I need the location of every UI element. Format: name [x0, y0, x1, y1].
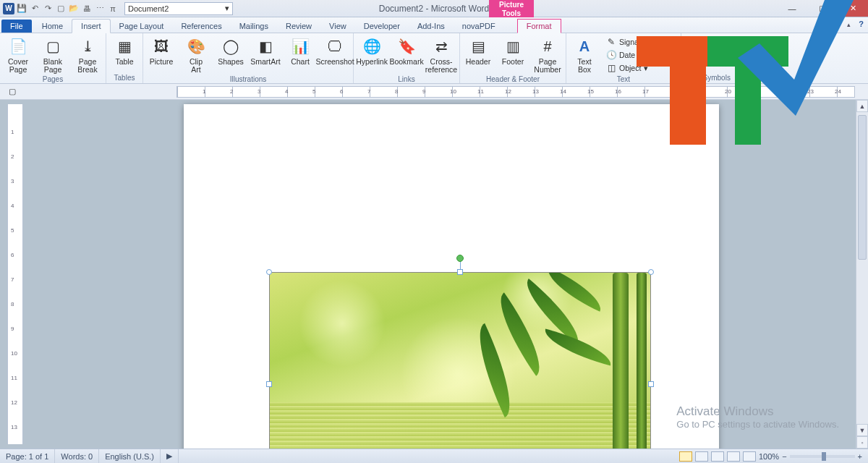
document-dropdown[interactable]: Document2 ▾ [124, 2, 233, 15]
resize-handle-mr[interactable] [648, 381, 654, 387]
rotation-handle[interactable] [456, 255, 464, 262]
view-web-layout-button[interactable] [711, 451, 724, 462]
chart-button[interactable]: 📊Chart [285, 36, 315, 66]
document-area: 1234567891011121314 [0, 100, 868, 449]
page-number-button[interactable]: #Page Number [532, 36, 563, 74]
resize-handle-tl[interactable] [266, 269, 272, 275]
smartart-icon: ◧ [255, 36, 276, 56]
browse-object-icon[interactable]: ◦ [856, 436, 868, 449]
document-name: Document2 [128, 4, 169, 13]
picture-icon: 🖼 [151, 36, 171, 56]
close-button[interactable]: ✕ [838, 0, 868, 17]
shapes-icon: ◯ [221, 36, 241, 56]
hyperlink-button[interactable]: 🌐Hyperlink [357, 36, 387, 66]
page-break-icon: ⤓ [77, 36, 98, 56]
help-icon[interactable]: ? [859, 20, 864, 28]
blank-page-button[interactable]: ▢Blank Page [38, 36, 68, 74]
bookmark-button[interactable]: 🔖Bookmark [391, 36, 422, 66]
vertical-ruler[interactable]: 1234567891011121314 [7, 104, 23, 444]
clip-art-button[interactable]: 🎨Clip Art [181, 36, 211, 74]
resize-handle-tr[interactable] [648, 269, 654, 275]
group-header-footer: ▤Header ▥Footer #Page Number Header & Fo… [460, 33, 566, 83]
tab-view[interactable]: View [320, 20, 355, 33]
tab-format[interactable]: Format [517, 19, 561, 33]
signature-line-button[interactable]: ✎Signature Line▾ [604, 36, 678, 48]
cross-ref-icon: ⇄ [431, 36, 451, 56]
symbol-button[interactable]: ΩSymbol [719, 36, 749, 66]
blank-page-icon: ▢ [43, 36, 63, 56]
status-page[interactable]: Page: 1 of 1 [0, 449, 55, 463]
tab-novapdf[interactable]: novaPDF [454, 20, 504, 33]
open-icon[interactable]: 📂 [68, 3, 80, 14]
view-print-layout-button[interactable] [679, 451, 692, 462]
view-draft-button[interactable] [743, 451, 756, 462]
minimize-button[interactable]: — [777, 0, 807, 17]
header-icon: ▤ [468, 36, 488, 56]
minimize-ribbon-icon[interactable]: ▴ [847, 21, 851, 28]
cover-page-icon: 📄 [8, 36, 28, 56]
equation-button[interactable]: πEquation [684, 36, 715, 66]
status-macro-icon[interactable]: ▶ [161, 449, 179, 463]
status-bar: Page: 1 of 1 Words: 0 English (U.S.) ▶ 1… [0, 449, 868, 463]
new-icon[interactable]: ▢ [55, 3, 67, 14]
footer-button[interactable]: ▥Footer [498, 36, 528, 66]
page-break-button[interactable]: ⤓Page Break [72, 36, 103, 74]
object-icon: ◫ [606, 63, 616, 73]
view-outline-button[interactable] [727, 451, 740, 462]
object-button[interactable]: ◫Object▾ [604, 62, 678, 74]
status-words[interactable]: Words: 0 [55, 449, 99, 463]
ruler-toggle[interactable]: ▢ [0, 87, 25, 96]
date-time-button[interactable]: 🕓Date & Time [604, 49, 678, 61]
maximize-button[interactable]: ▢ [807, 0, 838, 17]
hyperlink-icon: 🌐 [362, 36, 382, 56]
cover-page-button[interactable]: 📄Cover Page [3, 36, 33, 74]
save-icon[interactable]: 💾 [16, 3, 27, 14]
status-language[interactable]: English (U.S.) [99, 449, 161, 463]
tab-references[interactable]: References [172, 20, 230, 33]
inserted-picture[interactable] [269, 272, 651, 449]
screenshot-button[interactable]: 🖵Screenshot [320, 36, 350, 66]
chart-icon: 📊 [290, 36, 310, 56]
scroll-thumb[interactable] [858, 115, 867, 260]
resize-handle-mt[interactable] [457, 269, 463, 275]
resize-handle-ml[interactable] [266, 381, 272, 387]
tab-file[interactable]: File [1, 20, 32, 33]
header-button[interactable]: ▤Header [463, 36, 493, 66]
pi-icon[interactable]: π [107, 3, 119, 14]
screenshot-icon: 🖵 [325, 36, 345, 56]
picture-button[interactable]: 🖼Picture [146, 36, 176, 66]
tab-developer[interactable]: Developer [355, 20, 409, 33]
redo-icon[interactable]: ↷ [42, 3, 54, 14]
zoom-slider[interactable] [790, 455, 855, 458]
qat-more-icon[interactable]: ⋯ [94, 3, 106, 14]
scroll-up-icon[interactable]: ▲ [856, 100, 868, 112]
horizontal-ruler[interactable]: 123456789101112131415161718192021222324 [176, 86, 855, 98]
undo-icon[interactable]: ↶ [29, 3, 41, 14]
vertical-scrollbar[interactable]: ▲ ▼ ◦ [856, 100, 868, 449]
text-box-button[interactable]: AText Box [569, 36, 600, 74]
tab-addins[interactable]: Add-Ins [409, 20, 454, 33]
chevron-down-icon: ▾ [671, 38, 676, 46]
zoom-level[interactable]: 100% [759, 452, 779, 461]
shapes-button[interactable]: ◯Shapes [216, 36, 246, 66]
tab-home[interactable]: Home [33, 20, 72, 33]
tab-page-layout[interactable]: Page Layout [111, 20, 173, 33]
tab-review[interactable]: Review [277, 20, 320, 33]
group-symbols: πEquation ΩSymbol Symbols [681, 33, 752, 83]
ribbon-tabs: File Home Insert Page Layout References … [0, 17, 868, 33]
zoom-in-button[interactable]: + [858, 452, 862, 461]
view-full-screen-button[interactable] [695, 451, 708, 462]
scroll-down-icon[interactable]: ▼ [856, 424, 868, 436]
bookmark-icon: 🔖 [396, 36, 417, 56]
page-viewport[interactable]: Activate Windows Go to PC settings to ac… [23, 100, 868, 449]
table-button[interactable]: ▦Table [109, 36, 140, 66]
cross-reference-button[interactable]: ⇄Cross-reference [426, 36, 456, 74]
smartart-button[interactable]: ◧SmartArt [250, 36, 281, 66]
page-number-icon: # [537, 36, 558, 56]
quick-print-icon[interactable]: 🖶 [81, 3, 93, 14]
tab-mailings[interactable]: Mailings [231, 20, 277, 33]
contextual-tool-label: Picture Tools [489, 0, 534, 17]
group-tables: ▦Table Tables [106, 33, 143, 83]
zoom-out-button[interactable]: − [782, 452, 786, 461]
tab-insert[interactable]: Insert [72, 19, 111, 33]
